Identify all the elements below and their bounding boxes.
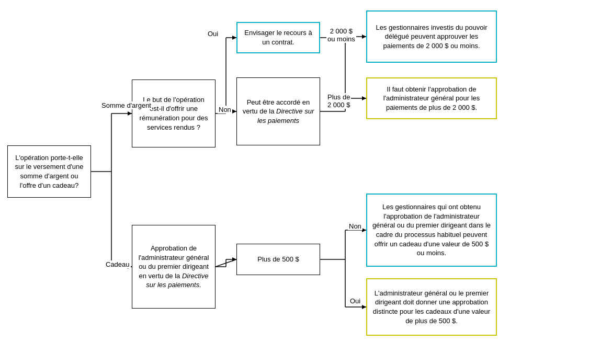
svg-marker-29 <box>362 305 366 309</box>
label-somme: Somme d'argent <box>100 101 152 109</box>
result-non-500-box: Les gestionnaires qui ont obtenu l'appro… <box>366 194 497 267</box>
result-2000-plus-text: Il faut obtenir l'approbation de l'admin… <box>371 85 492 112</box>
label-non-cadeau: Non <box>348 222 362 230</box>
approbation-text: Approbation de l'administrateur général … <box>137 244 211 290</box>
svg-marker-21 <box>232 36 236 40</box>
oui-top-text: Oui <box>208 30 218 38</box>
svg-marker-27 <box>232 257 236 261</box>
label-2000-moins: 2 000 $ou moins <box>326 27 356 43</box>
plus-500-text: Plus de 500 $ <box>257 255 299 264</box>
result-non-500-text: Les gestionnaires qui ont obtenu l'appro… <box>371 202 492 257</box>
start-box: L'opération porte-t-elle sur le versemen… <box>7 145 91 198</box>
approbation-box: Approbation de l'administrateur général … <box>132 225 216 309</box>
label-oui-cadeau: Oui <box>349 297 361 305</box>
2000-moins-text: 2 000 $ou moins <box>327 27 355 43</box>
result-2000-moins-box: Les gestionnaires investis du pouvoir dé… <box>366 10 497 63</box>
result-2000-plus-box: Il faut obtenir l'approbation de l'admin… <box>366 77 497 119</box>
svg-line-13 <box>216 259 236 267</box>
result-2000-moins-text: Les gestionnaires investis du pouvoir dé… <box>371 23 492 51</box>
plus-2000-text: Plus de2 000 $ <box>327 93 350 109</box>
svg-marker-23 <box>362 35 366 39</box>
peut-etre-text: Peut être accordé en vertu de la Directi… <box>241 98 315 126</box>
label-cadeau: Cadeau <box>105 260 131 268</box>
svg-marker-24 <box>362 96 366 100</box>
question-somme-box: Le but de l'opération est-il d'offrir un… <box>132 79 216 147</box>
non-cadeau-text: Non <box>349 222 361 230</box>
label-plus-2000: Plus de2 000 $ <box>326 93 351 109</box>
svg-marker-25 <box>128 111 132 116</box>
question-somme-text: Le but de l'opération est-il d'offrir un… <box>137 95 211 132</box>
oui-cadeau-text: Oui <box>350 297 360 305</box>
envisager-text: Envisager le recours à un contrat. <box>242 28 315 47</box>
peut-etre-box: Peut être accordé en vertu de la Directi… <box>236 77 320 145</box>
non-mid-text: Non <box>219 106 231 113</box>
start-text: L'opération porte-t-elle sur le versemen… <box>12 153 86 190</box>
plus-500-box: Plus de 500 $ <box>236 244 320 275</box>
envisager-box: Envisager le recours à un contrat. <box>236 22 320 53</box>
cadeau-text: Cadeau <box>106 260 130 268</box>
result-oui-500-box: L'administrateur général ou le premier d… <box>366 278 497 336</box>
result-oui-500-text: L'administrateur général ou le premier d… <box>371 289 492 325</box>
label-non-mid: Non <box>218 106 232 113</box>
somme-text: Somme d'argent <box>101 101 151 109</box>
svg-marker-28 <box>362 228 366 232</box>
svg-marker-22 <box>232 109 236 113</box>
label-oui-top: Oui <box>207 30 219 38</box>
